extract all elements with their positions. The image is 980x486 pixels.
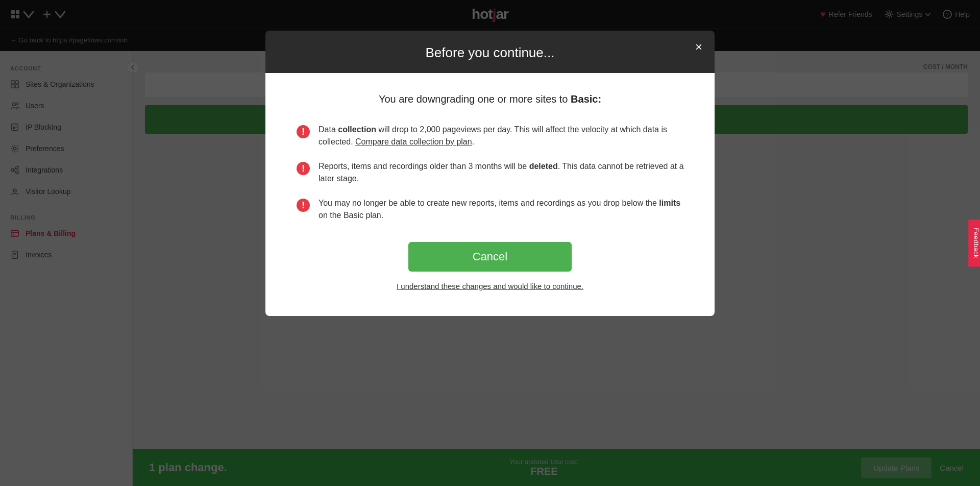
warning-item-2: ! Reports, items and recordings older th… (296, 160, 684, 185)
warning-text-2: Reports, items and recordings older than… (318, 160, 684, 185)
svg-text:!: ! (302, 200, 305, 210)
warning-icon-3: ! (296, 198, 310, 212)
warning-text-3: You may no longer be able to create new … (318, 197, 684, 222)
cancel-button[interactable]: Cancel (408, 242, 572, 272)
svg-text:!: ! (302, 127, 305, 137)
warning-item-3: ! You may no longer be able to create ne… (296, 197, 684, 222)
warning-item-1: ! Data collection will drop to 2,000 pag… (296, 124, 684, 148)
modal-overlay: Before you continue... × You are downgra… (0, 0, 980, 486)
modal-title: Before you continue... (286, 45, 694, 61)
warning-text-1: Data collection will drop to 2,000 pagev… (318, 124, 684, 148)
modal-subtitle: You are downgrading one or more sites to… (296, 93, 684, 105)
warning-icon-2: ! (296, 161, 310, 176)
feedback-tab[interactable]: Feedback (968, 220, 980, 266)
compare-plans-link[interactable]: Compare data collection by plan (355, 137, 472, 146)
modal-header: Before you continue... × (265, 31, 715, 73)
continue-link[interactable]: I understand these changes and would lik… (397, 282, 583, 290)
warning-list: ! Data collection will drop to 2,000 pag… (296, 124, 684, 222)
modal-actions: Cancel I understand these changes and wo… (296, 242, 684, 290)
svg-text:!: ! (302, 163, 305, 174)
modal-subtitle-bold: Basic: (571, 93, 601, 105)
modal-subtitle-prefix: You are downgrading one or more sites to… (379, 93, 601, 105)
modal-close-button[interactable]: × (695, 41, 702, 53)
modal-body: You are downgrading one or more sites to… (265, 73, 715, 316)
warning-icon-1: ! (296, 125, 310, 139)
